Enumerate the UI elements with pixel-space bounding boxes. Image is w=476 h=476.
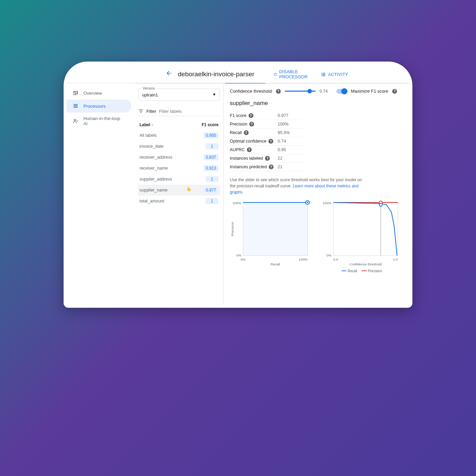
help-icon[interactable]: ?: [392, 89, 397, 94]
label-row[interactable]: receiver_name0.913: [138, 163, 220, 174]
maximize-toggle[interactable]: [336, 89, 347, 94]
svg-rect-5: [322, 73, 325, 74]
help-icon[interactable]: ?: [249, 122, 254, 127]
label-row-selected[interactable]: supplier_name👆0.977: [138, 185, 220, 196]
threshold-slider[interactable]: [285, 91, 316, 92]
svg-rect-12: [75, 93, 76, 95]
slider-thumb[interactable]: [307, 89, 312, 93]
svg-text:Precision: Precision: [230, 222, 234, 236]
tab-processor-details[interactable]: PROCESSOR DETAILS: [142, 83, 190, 83]
detail-panel: Confidence threshold ? 0.74 Maximize F1 …: [224, 84, 410, 305]
threshold-value: 0.74: [320, 89, 328, 94]
human-icon: [72, 118, 79, 124]
detail-title: supplier_name: [230, 100, 404, 107]
metric-row: AUPRC?0.95: [230, 146, 305, 154]
chevron-down-icon: ▼: [212, 92, 216, 96]
processors-icon: [72, 103, 79, 109]
svg-rect-11: [74, 94, 75, 95]
disable-label: DISABLE PROCESSOR: [279, 69, 313, 79]
label-row[interactable]: total_amount1: [138, 196, 220, 207]
tab-train[interactable]: TRAIN: [200, 83, 215, 83]
svg-text:100%: 100%: [323, 201, 332, 205]
maximize-label: Maximize F1 score: [351, 89, 388, 94]
page-title: deboraelkin-invoice-parser: [178, 70, 254, 78]
sidebar-item-hitl[interactable]: Human-in-the-loop AI: [66, 113, 131, 130]
sidebar-label: Human-in-the-loop AI: [83, 116, 125, 126]
svg-text:Confidence threshold: Confidence threshold: [349, 262, 382, 266]
version-value: uptrain1: [142, 92, 158, 97]
svg-text:0.0: 0.0: [333, 257, 338, 261]
svg-text:0%: 0%: [241, 257, 246, 261]
metric-row: Instances predicted?21: [230, 163, 305, 171]
metric-row: Optimal confidence?0.74: [230, 137, 305, 146]
svg-rect-13: [77, 95, 78, 95]
version-select[interactable]: Version uptrain1 ▼: [138, 89, 220, 101]
back-arrow-icon[interactable]: [166, 70, 172, 79]
svg-text:Recall: Recall: [270, 262, 280, 266]
header-actions: DISABLE PROCESSOR ACTIVITY: [274, 69, 348, 79]
sidebar-item-overview[interactable]: Overview: [66, 87, 131, 100]
svg-rect-2: [321, 73, 322, 74]
help-icon[interactable]: ?: [269, 164, 274, 169]
svg-rect-6: [322, 74, 325, 75]
body: Overview Processors Human-in-the-loop AI…: [66, 83, 410, 305]
filter-input[interactable]: [159, 109, 220, 114]
help-icon[interactable]: ?: [276, 89, 281, 94]
help-icon[interactable]: ?: [268, 139, 273, 144]
activity-label: ACTIVITY: [328, 72, 348, 77]
label-row[interactable]: supplier_address1: [138, 174, 220, 185]
dashboard-icon: [72, 90, 79, 96]
score-col-header[interactable]: F1 score: [202, 122, 219, 127]
svg-rect-3: [321, 74, 322, 75]
help-icon[interactable]: ?: [244, 130, 249, 135]
charts-row: 100% 0% 0% 100% Recall Precision: [230, 199, 404, 273]
help-icon[interactable]: ?: [249, 113, 253, 118]
filter-row: Filter: [138, 106, 220, 116]
sort-asc-icon: ↑: [151, 123, 153, 127]
svg-text:0%: 0%: [236, 253, 241, 257]
header-bar: deboraelkin-invoice-parser DISABLE PROCE…: [66, 64, 410, 83]
threshold-controls: Confidence threshold ? 0.74 Maximize F1 …: [230, 89, 404, 94]
help-icon[interactable]: ?: [247, 147, 252, 152]
svg-point-33: [379, 203, 382, 206]
version-field-label: Version: [141, 86, 157, 90]
label-row-all[interactable]: All labels0.955: [138, 130, 220, 141]
cursor-icon: 👆: [186, 186, 191, 191]
svg-point-22: [307, 202, 308, 203]
label-table-header: Label↑ F1 score: [138, 120, 220, 130]
tab-manage-versions[interactable]: MANAGE VERSIONS: [275, 83, 319, 83]
svg-rect-10: [77, 91, 78, 94]
sidebar-label: Overview: [83, 91, 102, 96]
threshold-label: Confidence threshold: [230, 89, 272, 94]
filter-icon: [138, 108, 144, 114]
svg-rect-7: [322, 75, 325, 76]
metric-row: Instances labeled?22: [230, 154, 305, 163]
metric-row: Precision?100%: [230, 120, 305, 129]
svg-rect-15: [74, 106, 78, 106]
disable-processor-button[interactable]: DISABLE PROCESSOR: [274, 69, 314, 79]
svg-rect-8: [74, 91, 75, 93]
toggle-thumb: [341, 88, 347, 94]
precision-recall-chart: 100% 0% 0% 100% Recall Precision: [230, 199, 313, 273]
labels-panel: Version uptrain1 ▼ Filter Label↑ F1 scor…: [135, 84, 224, 305]
label-row[interactable]: receiver_address0.837: [138, 152, 220, 163]
label-col-header[interactable]: Label↑: [140, 122, 153, 127]
tab-evaluate-test[interactable]: EVALUATE & TEST: [225, 83, 266, 83]
svg-point-17: [74, 119, 76, 121]
svg-text:100%: 100%: [299, 257, 308, 261]
svg-rect-16: [74, 107, 78, 108]
sidebar-label: Processors: [83, 104, 106, 109]
activity-button[interactable]: ACTIVITY: [321, 69, 348, 79]
tab-hitl[interactable]: HUMAN-IN-THE-LOOP: [329, 83, 376, 83]
metric-row: F1 score?0.977: [230, 111, 305, 120]
sidebar-item-processors[interactable]: Processors: [66, 100, 131, 113]
svg-rect-9: [75, 91, 76, 92]
svg-text:100%: 100%: [233, 201, 241, 205]
filter-label: Filter: [146, 109, 156, 114]
confidence-threshold-chart: 100% 0% 0.0 1.0 Confidence threshold Rec…: [320, 199, 404, 273]
main-content: PROCESSOR DETAILS TRAIN EVALUATE & TEST …: [135, 83, 410, 305]
help-icon[interactable]: ?: [265, 156, 270, 161]
svg-text:0%: 0%: [327, 253, 332, 257]
label-row[interactable]: invoice_date1: [138, 141, 220, 152]
chart-legend: Recall Precision: [320, 269, 404, 273]
